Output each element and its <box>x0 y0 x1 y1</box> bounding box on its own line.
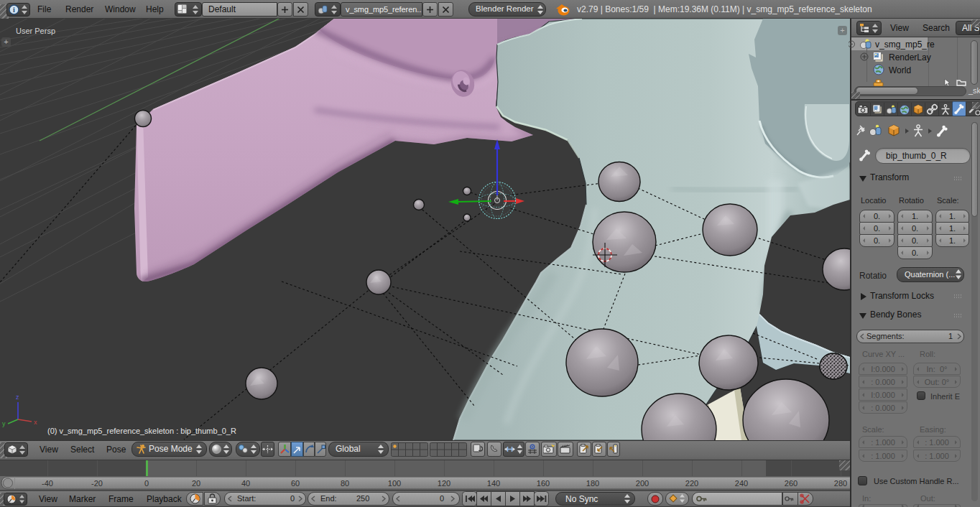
svg-text:260: 260 <box>785 479 798 488</box>
svg-text:140: 140 <box>487 479 500 488</box>
svg-text:180: 180 <box>586 479 599 488</box>
svg-text:-40: -40 <box>42 479 53 488</box>
svg-text:40: 40 <box>241 479 250 488</box>
svg-text:y: y <box>2 420 6 427</box>
svg-text:160: 160 <box>537 479 550 488</box>
svg-text:z: z <box>16 394 19 401</box>
svg-text:100: 100 <box>388 479 401 488</box>
svg-text:80: 80 <box>341 479 349 488</box>
svg-text:280: 280 <box>834 479 847 488</box>
svg-text:0: 0 <box>144 479 149 488</box>
svg-text:120: 120 <box>438 479 450 488</box>
svg-text:240: 240 <box>735 479 748 488</box>
svg-text:200: 200 <box>636 479 649 488</box>
svg-text:x: x <box>34 419 37 426</box>
svg-text:60: 60 <box>291 479 300 488</box>
svg-text:20: 20 <box>192 479 200 488</box>
svg-text:-20: -20 <box>91 479 103 488</box>
svg-text:i: i <box>13 6 15 14</box>
svg-text:220: 220 <box>685 479 698 488</box>
